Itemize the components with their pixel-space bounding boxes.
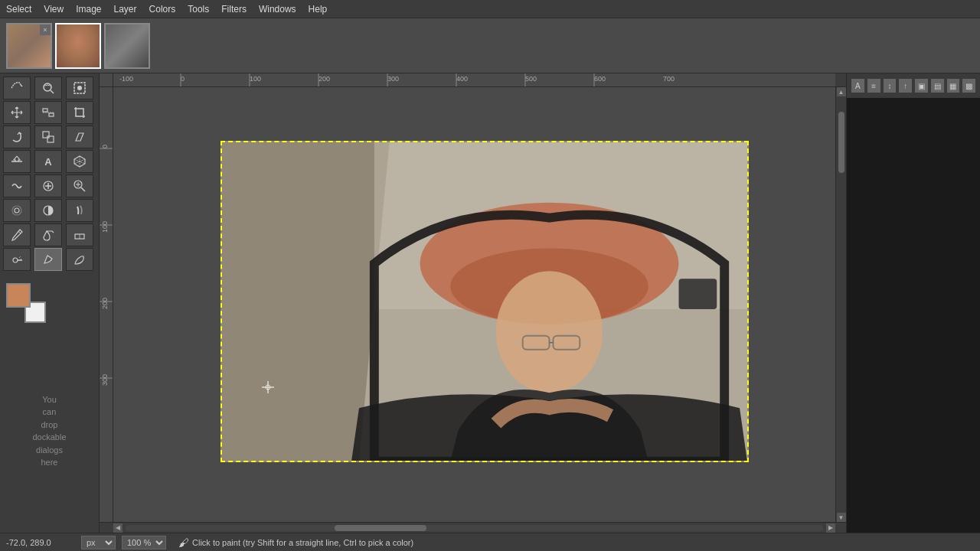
tool-warp[interactable] xyxy=(3,174,31,197)
svg-point-21 xyxy=(13,258,18,262)
brush-status-icon: 🖌 xyxy=(178,536,189,549)
tool-eraser[interactable] xyxy=(66,223,93,246)
zoom-select[interactable]: 25 % 50 % 100 % 200 % 400 % xyxy=(122,536,166,549)
statusbar: -72.0, 289.0 px in cm mm 25 % 50 % 100 %… xyxy=(0,533,980,551)
svg-rect-4 xyxy=(43,109,47,112)
tool-clone[interactable] xyxy=(66,174,93,197)
svg-point-15 xyxy=(12,206,21,215)
vscroll-up[interactable]: ▲ xyxy=(837,87,846,96)
svg-rect-41 xyxy=(679,279,717,309)
vscrollbar[interactable]: ▲ ▼ xyxy=(835,87,846,522)
canvas-scroll[interactable] xyxy=(113,87,835,522)
tool-fuzzy-select[interactable] xyxy=(34,77,62,99)
menu-windows[interactable]: Windows xyxy=(253,2,302,16)
ruler-top: -100 0 100 200 300 400 500 600 700 xyxy=(113,73,835,87)
menu-help[interactable]: Help xyxy=(302,2,334,16)
ruler-left: 0 100 200 300 xyxy=(100,87,113,522)
svg-point-16 xyxy=(15,208,19,213)
right-top-bar: A ≡ ↕ ↑ ▣ ▤ ▦ ▩ xyxy=(847,73,980,98)
tool-crop[interactable] xyxy=(66,101,93,124)
dock-hint-area: You can drop dockable dialogs here xyxy=(0,329,99,533)
hscroll-thumb[interactable] xyxy=(335,525,426,531)
unit-selector[interactable]: px in cm mm xyxy=(81,536,116,549)
tool-by-color[interactable] xyxy=(66,77,93,99)
ruler-right-corner xyxy=(835,73,846,87)
svg-rect-7 xyxy=(43,132,49,138)
tool-text[interactable]: A xyxy=(34,150,62,173)
tool-grid: A xyxy=(0,73,99,274)
hscrollbar[interactable]: ◀ ▶ xyxy=(100,522,846,533)
thumb-image-3 xyxy=(106,24,149,67)
rtp-icon-c[interactable]: ↕ xyxy=(884,79,897,93)
tool-flip[interactable] xyxy=(3,150,31,173)
vruler-200: 200 xyxy=(101,298,109,309)
rtp-icon-g[interactable]: ▦ xyxy=(947,79,960,93)
foreground-color-box[interactable] xyxy=(6,283,31,308)
tool-airbrush[interactable] xyxy=(3,248,31,271)
menu-view[interactable]: View xyxy=(38,2,70,16)
thumbnail-bar: × xyxy=(0,18,980,73)
tool-mybrush[interactable] xyxy=(66,248,93,271)
image-canvas[interactable] xyxy=(220,141,749,462)
menu-filters[interactable]: Filters xyxy=(215,2,253,16)
hscroll-right-corner xyxy=(835,523,846,533)
thumbnail-2[interactable] xyxy=(55,23,101,69)
zoom-selector[interactable]: 25 % 50 % 100 % 200 % 400 % xyxy=(122,536,166,549)
menu-layer[interactable]: Layer xyxy=(108,2,143,16)
rtp-icon-h[interactable]: ▩ xyxy=(962,79,975,93)
thumbnail-3[interactable] xyxy=(104,23,150,69)
hscroll-right[interactable]: ▶ xyxy=(826,523,835,533)
rtp-icon-e[interactable]: ▣ xyxy=(915,79,928,93)
dock-hint-text: You can drop dockable dialogs here xyxy=(32,393,66,469)
tool-blur[interactable] xyxy=(3,199,31,222)
right-panel-content xyxy=(847,98,980,533)
menu-colors[interactable]: Colors xyxy=(143,2,182,16)
tool-shear[interactable] xyxy=(66,126,93,148)
tool-pencil[interactable] xyxy=(3,223,31,246)
svg-rect-5 xyxy=(49,113,54,116)
vscroll-thumb[interactable] xyxy=(838,112,844,173)
tool-align[interactable] xyxy=(34,101,62,124)
canvas-wrapper: -100 0 100 200 300 400 500 600 700 xyxy=(100,73,846,533)
rtp-icon-d[interactable]: ↑ xyxy=(899,79,912,93)
color-area xyxy=(0,277,99,329)
tool-smudge[interactable] xyxy=(66,199,93,222)
tool-scale[interactable] xyxy=(34,126,62,148)
tool-free-select[interactable] xyxy=(3,77,31,99)
menu-tools[interactable]: Tools xyxy=(181,2,215,16)
hscroll-track[interactable] xyxy=(126,525,823,531)
ruler-corner xyxy=(100,73,113,87)
svg-point-37 xyxy=(496,271,603,393)
rtp-icon-a[interactable]: A xyxy=(851,79,864,93)
menubar: Select View Image Layer Colors Tools Fil… xyxy=(0,0,980,18)
status-hint-text: Click to paint (try Shift for a straight… xyxy=(192,538,413,547)
rtp-icon-f[interactable]: ▤ xyxy=(931,79,944,93)
thumbnail-1[interactable]: × xyxy=(6,23,52,69)
tool-rotate[interactable] xyxy=(3,126,31,148)
tool-paintbucket[interactable] xyxy=(34,223,62,246)
tool-ink[interactable] xyxy=(34,248,62,271)
vscroll-down[interactable]: ▼ xyxy=(837,513,846,522)
toolbox: A xyxy=(0,73,100,533)
main-area: A xyxy=(0,73,980,533)
rtp-icon-b[interactable]: ≡ xyxy=(867,79,880,93)
right-panel: A ≡ ↕ ↑ ▣ ▤ ▦ ▩ xyxy=(846,73,980,533)
tool-dodge[interactable] xyxy=(34,199,62,222)
hscroll-left-corner xyxy=(100,523,113,533)
tool-heal[interactable] xyxy=(34,174,62,197)
vruler-300: 300 xyxy=(101,374,109,386)
thumb-image-2 xyxy=(57,24,100,67)
unit-select[interactable]: px in cm mm xyxy=(81,536,116,549)
svg-point-3 xyxy=(77,86,82,90)
menu-image[interactable]: Image xyxy=(70,2,107,16)
status-hint-area: 🖌 Click to paint (try Shift for a straig… xyxy=(178,536,413,549)
thumb-close-1[interactable]: × xyxy=(40,24,51,35)
vruler-0: 0 xyxy=(101,145,109,148)
tool-3d[interactable] xyxy=(66,150,93,173)
hscroll-left[interactable]: ◀ xyxy=(113,523,122,533)
canvas-vruler: 0 100 200 300 xyxy=(100,87,846,522)
ruler-ticks xyxy=(113,73,835,86)
vruler-100: 100 xyxy=(101,221,109,233)
tool-move[interactable] xyxy=(3,101,31,124)
menu-select[interactable]: Select xyxy=(0,2,38,16)
